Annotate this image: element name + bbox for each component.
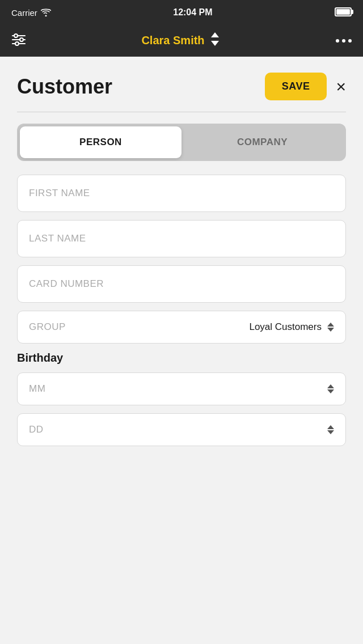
day-placeholder: DD — [29, 424, 44, 435]
type-toggle[interactable]: PERSON COMPANY — [17, 124, 346, 161]
toggle-person[interactable]: PERSON — [20, 126, 182, 158]
header-actions: SAVE × — [265, 73, 346, 100]
month-arrow-down-icon — [327, 389, 334, 393]
month-select-row[interactable]: MM — [17, 372, 346, 405]
status-bar: Carrier 12:04 PM — [0, 0, 363, 25]
arrow-down-icon — [327, 328, 334, 332]
card-number-input[interactable] — [17, 265, 346, 303]
sort-icon[interactable] — [209, 32, 221, 49]
svg-point-3 — [14, 34, 18, 37]
group-label: GROUP — [29, 321, 66, 333]
month-arrow-up-icon — [327, 384, 334, 388]
nav-dot-3 — [348, 39, 352, 43]
battery-indicator — [335, 7, 352, 18]
svg-point-4 — [20, 38, 23, 41]
carrier-wifi: Carrier — [11, 8, 51, 18]
wifi-icon — [41, 9, 51, 16]
group-select-row[interactable]: GROUP Loyal Customers — [17, 311, 346, 344]
form-section: PERSON COMPANY GROUP Loyal Customers Bi — [0, 112, 363, 465]
month-placeholder: MM — [29, 383, 45, 395]
nav-dot-2 — [342, 39, 345, 43]
last-name-input[interactable] — [17, 220, 346, 257]
day-arrow-up-icon — [327, 425, 334, 429]
nav-title-area: Clara Smith — [141, 32, 220, 49]
nav-bar: Clara Smith — [0, 25, 363, 57]
status-time: 12:04 PM — [173, 7, 212, 18]
group-value-area: Loyal Customers — [249, 321, 334, 333]
nav-dots[interactable] — [336, 39, 352, 43]
close-button[interactable]: × — [336, 78, 346, 95]
carrier-label: Carrier — [11, 8, 37, 18]
svg-point-5 — [15, 42, 19, 45]
group-stepper-icon — [327, 323, 334, 332]
save-button[interactable]: SAVE — [265, 73, 327, 100]
day-arrow-down-icon — [327, 430, 334, 434]
birthday-label: Birthday — [17, 351, 346, 365]
group-value: Loyal Customers — [249, 321, 322, 333]
day-select-row[interactable]: DD — [17, 413, 346, 446]
day-stepper-icon — [327, 425, 334, 434]
page-content: Customer SAVE × PERSON COMPANY GROUP — [0, 57, 363, 465]
svg-marker-6 — [211, 32, 219, 37]
filter-icon[interactable] — [11, 33, 26, 48]
first-name-input[interactable] — [17, 175, 346, 212]
toggle-company[interactable]: COMPANY — [182, 126, 343, 158]
month-stepper-icon — [327, 384, 334, 393]
page-title: Customer — [17, 75, 112, 99]
nav-dot-1 — [336, 39, 339, 43]
nav-title: Clara Smith — [141, 34, 204, 47]
svg-marker-7 — [211, 41, 219, 46]
arrow-up-icon — [327, 323, 334, 327]
page-header: Customer SAVE × — [0, 57, 363, 112]
